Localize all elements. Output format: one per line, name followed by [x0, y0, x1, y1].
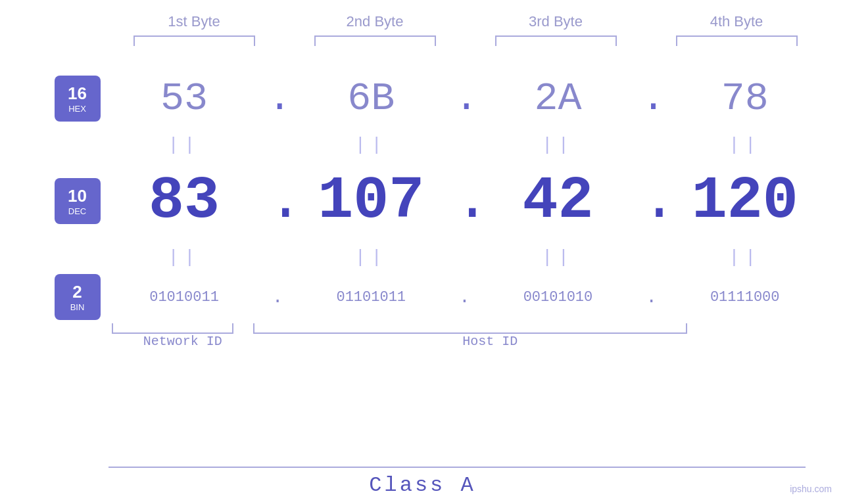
class-section: Class A — [0, 467, 845, 497]
hex-byte1: 53 — [124, 76, 245, 121]
id-labels-container: Network ID Host ID — [28, 334, 817, 349]
hex-val-4: 78 — [721, 76, 769, 121]
bottom-brackets-container — [28, 323, 817, 334]
bin-row-container: 2 BIN 01010011 . 01101011 . 00101010 . 0… — [28, 271, 817, 323]
dec-byte1: 83 — [124, 168, 245, 235]
dec-val-4: 120 — [692, 168, 798, 235]
dec-badge: 10 DEC — [55, 178, 101, 224]
dot-hex-2: . — [454, 79, 474, 118]
dot-dec-2: . — [454, 168, 474, 235]
hex-byte4: 78 — [684, 76, 806, 121]
hex-badge: 16 HEX — [55, 76, 101, 122]
bin-badge-col: 2 BIN — [28, 271, 112, 323]
bin-data-row: 01010011 . 01101011 . 00101010 . 0111100… — [112, 271, 817, 323]
hex-val-3: 2A — [534, 76, 581, 121]
bin-name: BIN — [70, 302, 85, 312]
dot-hex-1: . — [268, 79, 287, 118]
dec-name: DEC — [68, 206, 86, 216]
eq2-4: || — [684, 247, 806, 267]
bin-byte1: 01010011 — [124, 289, 245, 306]
hex-name: HEX — [68, 104, 86, 114]
bin-badge: 2 BIN — [55, 274, 101, 320]
dec-byte3: 42 — [497, 168, 619, 235]
bin-byte3: 00101010 — [497, 289, 619, 306]
hex-data-row: 53 . 6B . 2A . 78 — [112, 66, 817, 131]
hex-byte3: 2A — [497, 76, 619, 121]
bin-byte2: 01101011 — [310, 289, 432, 306]
bracket-bottom-hostid — [253, 323, 687, 334]
equals-row-1: || || || || — [112, 135, 817, 155]
hex-byte2: 6B — [310, 76, 432, 121]
eq2-1: || — [124, 247, 245, 267]
dec-val-1: 83 — [149, 168, 220, 235]
host-id-label: Host ID — [273, 334, 707, 349]
bin-byte4: 01111000 — [684, 289, 806, 306]
dec-byte4: 120 — [684, 168, 806, 235]
dec-badge-col: 10 DEC — [28, 158, 112, 244]
dot-hex-3: . — [642, 79, 662, 118]
bracket-top-4 — [676, 35, 798, 46]
hex-num: 16 — [68, 83, 87, 104]
watermark: ipshu.com — [790, 484, 832, 494]
dec-byte2: 107 — [310, 168, 432, 235]
network-id-label: Network ID — [112, 334, 253, 349]
dot-bin-2: . — [454, 287, 474, 308]
class-label-row: Class A — [0, 473, 845, 497]
dot-dec-3: . — [642, 168, 662, 235]
bracket-top-1 — [133, 35, 255, 46]
hex-row-container: 16 HEX 53 . 6B . 2A . 78 — [28, 66, 817, 131]
equals-hex-dec: || || || || — [28, 131, 817, 158]
eq2-2: || — [310, 247, 432, 267]
bin-val-3: 00101010 — [523, 289, 593, 306]
hex-val-2: 6B — [347, 76, 395, 121]
byte3-label: 3rd Byte — [490, 13, 621, 30]
byte1-label: 1st Byte — [128, 13, 260, 30]
hex-val-1: 53 — [160, 76, 208, 121]
top-brackets — [104, 35, 827, 46]
dec-val-2: 107 — [318, 168, 424, 235]
main-container: 1st Byte 2nd Byte 3rd Byte 4th Byte 16 H… — [0, 0, 845, 504]
byte4-label: 4th Byte — [671, 13, 802, 30]
dot-dec-1: . — [268, 168, 287, 235]
eq1-2: || — [310, 135, 432, 155]
hex-badge-col: 16 HEX — [28, 66, 112, 131]
eq2-3: || — [497, 247, 619, 267]
dec-val-3: 42 — [522, 168, 593, 235]
dot-bin-3: . — [642, 287, 662, 308]
dec-row-container: 10 DEC 83 . 107 . 42 . 120 — [28, 158, 817, 244]
class-label: Class A — [369, 473, 475, 497]
equals-row-2: || || || || — [112, 247, 817, 267]
bracket-top-2 — [314, 35, 436, 46]
byte-headers: 1st Byte 2nd Byte 3rd Byte 4th Byte — [104, 13, 827, 30]
dot-bin-1: . — [268, 287, 287, 308]
bin-val-4: 01111000 — [710, 289, 780, 306]
byte2-label: 2nd Byte — [309, 13, 441, 30]
dec-num: 10 — [68, 186, 87, 206]
class-bracket-line — [109, 467, 806, 468]
eq1-4: || — [684, 135, 806, 155]
bracket-top-3 — [495, 35, 617, 46]
bin-val-2: 01101011 — [336, 289, 406, 306]
bin-num: 2 — [72, 282, 82, 302]
bin-val-1: 01010011 — [149, 289, 219, 306]
dec-data-row: 83 . 107 . 42 . 120 — [112, 158, 817, 244]
eq1-1: || — [124, 135, 245, 155]
bracket-bottom-networkid — [112, 323, 233, 334]
eq1-3: || — [497, 135, 619, 155]
equals-dec-bin: || || || || — [28, 244, 817, 271]
